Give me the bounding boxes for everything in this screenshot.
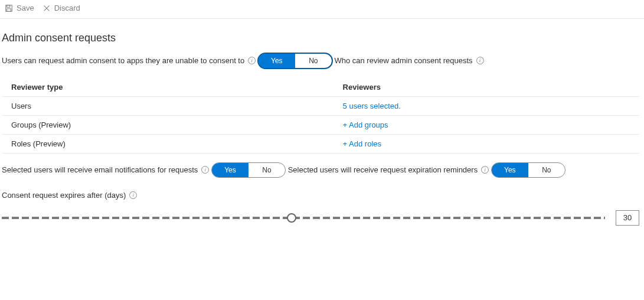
- slider-row: 30: [2, 210, 639, 226]
- reminder-label: Selected users will receive request expi…: [288, 165, 489, 174]
- reviewer-type: Roles (Preview): [2, 135, 334, 154]
- info-icon[interactable]: i: [476, 57, 484, 64]
- info-icon[interactable]: i: [201, 166, 209, 174]
- info-icon[interactable]: i: [481, 166, 489, 174]
- slider-track: [2, 217, 605, 219]
- col-reviewers: Reviewers: [334, 78, 639, 97]
- table-row: Roles (Preview) + Add roles: [2, 135, 639, 154]
- reviewer-type: Users: [2, 97, 334, 116]
- discard-label: Discard: [54, 4, 80, 12]
- svg-rect-1: [7, 5, 10, 7]
- reviewers-link[interactable]: 5 users selected.: [343, 102, 401, 110]
- request-consent-toggle[interactable]: Yes No: [258, 53, 332, 69]
- save-button[interactable]: Save: [5, 4, 34, 12]
- close-icon: [43, 4, 51, 12]
- email-notif-label: Selected users will receive email notifi…: [2, 165, 209, 174]
- email-notif-toggle[interactable]: Yes No: [211, 162, 286, 178]
- page-title: Admin consent requests: [2, 32, 639, 44]
- content: Admin consent requests Users can request…: [0, 19, 644, 231]
- info-icon[interactable]: i: [248, 57, 256, 64]
- toggle-yes[interactable]: Yes: [492, 163, 528, 177]
- toggle-no[interactable]: No: [295, 54, 332, 68]
- toggle-no[interactable]: No: [249, 163, 285, 177]
- reviewers-table: Reviewer type Reviewers Users 5 users se…: [2, 78, 639, 154]
- days-slider[interactable]: [2, 212, 605, 224]
- reviewer-type: Groups (Preview): [2, 116, 334, 135]
- toggle-no[interactable]: No: [528, 163, 565, 177]
- toggle-yes[interactable]: Yes: [259, 54, 295, 68]
- slider-thumb[interactable]: [287, 213, 296, 223]
- add-groups-link[interactable]: + Add groups: [343, 120, 388, 129]
- add-roles-link[interactable]: + Add roles: [343, 139, 381, 148]
- table-row: Groups (Preview) + Add groups: [2, 116, 639, 135]
- discard-button[interactable]: Discard: [43, 4, 80, 12]
- slider-value[interactable]: 30: [616, 210, 639, 226]
- save-icon: [5, 4, 13, 12]
- toolbar: Save Discard: [0, 0, 644, 19]
- table-row: Users 5 users selected.: [2, 97, 639, 116]
- toggle-yes[interactable]: Yes: [212, 163, 249, 177]
- info-icon[interactable]: i: [129, 191, 137, 199]
- review-label: Who can review admin consent requests i: [334, 56, 483, 65]
- save-label: Save: [17, 4, 34, 12]
- svg-rect-2: [7, 8, 11, 11]
- reminder-toggle[interactable]: Yes No: [491, 162, 565, 178]
- request-consent-label: Users can request admin consent to apps …: [2, 56, 256, 65]
- col-reviewer-type: Reviewer type: [2, 78, 334, 97]
- expires-label: Consent request expires after (days) i: [2, 191, 137, 200]
